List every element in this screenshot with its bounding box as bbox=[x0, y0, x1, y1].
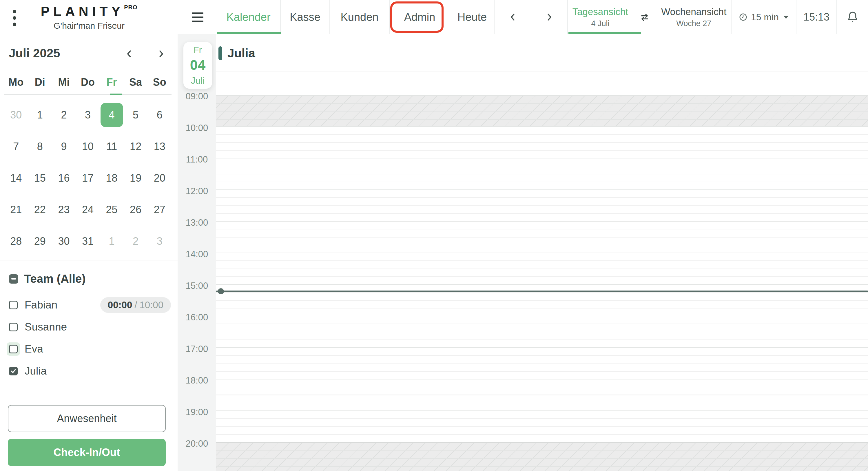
team-header[interactable]: Team (Alle) bbox=[9, 272, 86, 285]
minus-icon bbox=[11, 278, 16, 280]
day-cell[interactable]: 2 bbox=[52, 109, 76, 121]
day-cell[interactable]: 1 bbox=[28, 109, 52, 121]
day-cell[interactable]: 30 bbox=[4, 109, 28, 121]
day-cell[interactable]: 15 bbox=[28, 172, 52, 184]
current-time-line bbox=[216, 290, 868, 292]
closed-hours-band-morning bbox=[216, 95, 868, 126]
day-cell[interactable]: 26 bbox=[124, 203, 148, 216]
day-cell[interactable]: 2 bbox=[124, 235, 148, 247]
day-cell[interactable]: 24 bbox=[76, 203, 100, 216]
staff-column-title: Julia bbox=[227, 46, 255, 60]
day-cell[interactable]: 8 bbox=[28, 140, 52, 153]
day-cell[interactable]: 13 bbox=[148, 140, 172, 153]
time-label: 10:00 bbox=[178, 123, 216, 133]
team-title: Team (Alle) bbox=[24, 272, 86, 285]
mini-calendar-next-button[interactable] bbox=[153, 47, 169, 61]
mini-calendar-prev-button[interactable] bbox=[121, 47, 137, 61]
day-cell[interactable]: 23 bbox=[52, 203, 76, 216]
day-cell[interactable]: 7 bbox=[4, 140, 28, 153]
team-member-eva[interactable]: Eva bbox=[0, 338, 178, 360]
closed-hours-band-evening bbox=[216, 442, 868, 471]
chevron-left-icon bbox=[125, 50, 133, 58]
week-row: 14 15 16 17 18 19 20 bbox=[4, 162, 172, 194]
checkbox-julia[interactable] bbox=[9, 367, 18, 375]
hamburger-menu-icon[interactable] bbox=[178, 0, 217, 34]
view-week-tab[interactable]: Wochenansicht Woche 27 bbox=[661, 6, 726, 28]
day-cell[interactable]: 27 bbox=[148, 203, 172, 216]
view-switcher: Tagesansicht 4 Juli Wochenansicht Woche … bbox=[568, 0, 732, 34]
mini-calendar-title: Juli 2025 bbox=[9, 46, 60, 60]
topbar: PLANITY PRO G'hair'man Friseur Kalender … bbox=[0, 0, 868, 34]
notifications-button[interactable] bbox=[837, 0, 868, 34]
attendance-button[interactable]: Anwesenheit bbox=[8, 405, 166, 432]
chevron-right-icon bbox=[157, 50, 165, 58]
day-cell[interactable]: 17 bbox=[76, 172, 100, 184]
current-time-dot bbox=[218, 288, 224, 294]
mini-calendar-grid: 30 1 2 3 4 5 6 7 8 9 10 11 12 13 14 15 1… bbox=[4, 99, 172, 257]
staff-color-bar bbox=[218, 46, 222, 60]
day-cell[interactable]: 25 bbox=[100, 203, 124, 216]
day-cell[interactable]: 30 bbox=[52, 235, 76, 247]
team-member-julia[interactable]: Julia bbox=[0, 360, 178, 382]
view-day-tab[interactable]: Tagesansicht 4 Juli bbox=[572, 6, 628, 28]
checkin-out-button[interactable]: Check-In/Out bbox=[8, 439, 166, 466]
team-member-fabian[interactable]: Fabian 00:00 / 10:00 bbox=[0, 294, 178, 316]
day-cell[interactable]: 18 bbox=[100, 172, 124, 184]
bell-icon bbox=[846, 10, 859, 24]
checkbox-susanne[interactable] bbox=[9, 323, 18, 332]
day-cell[interactable]: 22 bbox=[28, 203, 52, 216]
day-cell[interactable]: 6 bbox=[148, 109, 172, 121]
day-cell[interactable]: 11 bbox=[100, 140, 124, 153]
day-cell[interactable]: 1 bbox=[100, 235, 124, 247]
week-row: 7 8 9 10 11 12 13 bbox=[4, 131, 172, 162]
weekday-fr: Fr bbox=[100, 76, 124, 88]
day-cell[interactable]: 9 bbox=[52, 140, 76, 153]
swap-views-icon[interactable] bbox=[639, 11, 651, 23]
view-day-date: 4 Juli bbox=[591, 19, 609, 28]
salon-name: G'hair'man Friseur bbox=[54, 21, 125, 31]
time-label: 09:00 bbox=[178, 92, 216, 101]
tab-kalender[interactable]: Kalender bbox=[217, 0, 281, 34]
day-cell[interactable]: 21 bbox=[4, 203, 28, 216]
time-gutter: Fr 04 Juli 09:00 10:00 11:00 12:00 13:00… bbox=[178, 34, 216, 471]
kebab-menu-icon[interactable] bbox=[11, 10, 18, 26]
time-label: 18:00 bbox=[178, 376, 216, 385]
day-cell[interactable]: 28 bbox=[4, 235, 28, 247]
day-grid[interactable] bbox=[216, 95, 868, 471]
chevron-right-icon bbox=[545, 13, 554, 22]
day-cell[interactable]: 3 bbox=[76, 109, 100, 121]
calendar-next-button[interactable] bbox=[531, 0, 568, 34]
checkbox-fabian[interactable] bbox=[9, 301, 18, 309]
calendar-prev-button[interactable] bbox=[495, 0, 531, 34]
day-cell[interactable]: 16 bbox=[52, 172, 76, 184]
mini-calendar-header: Juli 2025 bbox=[0, 46, 178, 64]
interval-dropdown[interactable]: 15 min bbox=[732, 0, 797, 34]
checkbox-eva-halo bbox=[7, 342, 20, 356]
brand-name: PLANITY bbox=[40, 3, 124, 19]
date-chip: Fr 04 Juli bbox=[183, 42, 212, 89]
time-label: 15:00 bbox=[178, 281, 216, 290]
time-label: 11:00 bbox=[178, 155, 216, 164]
tab-kunden[interactable]: Kunden bbox=[330, 0, 390, 34]
week-row: 21 22 23 24 25 26 27 bbox=[4, 194, 172, 225]
day-cell-selected[interactable]: 4 bbox=[100, 103, 124, 127]
day-cell[interactable]: 12 bbox=[124, 140, 148, 153]
time-label: 12:00 bbox=[178, 187, 216, 196]
day-cell[interactable]: 31 bbox=[76, 235, 100, 247]
day-cell[interactable]: 3 bbox=[148, 235, 172, 247]
day-cell[interactable]: 20 bbox=[148, 172, 172, 184]
checkbox-eva[interactable] bbox=[9, 345, 18, 353]
button-heute[interactable]: Heute bbox=[450, 0, 495, 34]
current-clock: 15:13 bbox=[797, 0, 837, 34]
tab-admin[interactable]: Admin bbox=[390, 0, 450, 34]
active-tab-underline bbox=[217, 32, 281, 34]
team-member-susanne[interactable]: Susanne bbox=[0, 316, 178, 338]
day-cell[interactable]: 5 bbox=[124, 109, 148, 121]
team-all-checkbox[interactable] bbox=[9, 274, 18, 284]
day-cell[interactable]: 29 bbox=[28, 235, 52, 247]
day-cell[interactable]: 19 bbox=[124, 172, 148, 184]
column-header-divider bbox=[216, 71, 868, 72]
day-cell[interactable]: 10 bbox=[76, 140, 100, 153]
tab-kasse[interactable]: Kasse bbox=[281, 0, 330, 34]
day-cell[interactable]: 14 bbox=[4, 172, 28, 184]
